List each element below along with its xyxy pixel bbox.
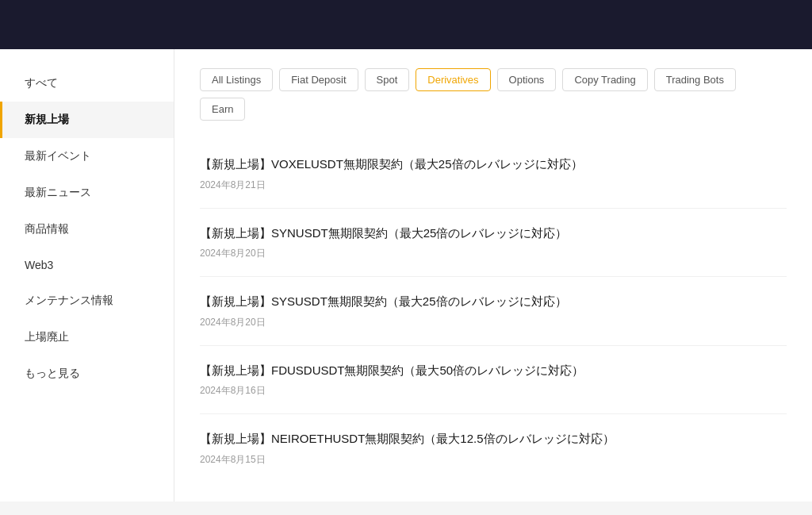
- announcement-title: 【新規上場】VOXELUSDT無期限契約（最大25倍のレバレッジに対応）: [200, 156, 787, 174]
- announcement-title: 【新規上場】SYNUSDT無期限契約（最大25倍のレバレッジに対応）: [200, 225, 787, 243]
- sidebar-item-maintenance[interactable]: メンテナンス情報: [0, 282, 174, 319]
- filter-tab-derivatives[interactable]: Derivatives: [416, 68, 490, 91]
- content-area: All ListingsFiat DepositSpotDerivativesO…: [174, 49, 812, 502]
- sidebar-item-latest-event[interactable]: 最新イベント: [0, 138, 174, 175]
- announcement-item[interactable]: 【新規上場】FDUSDUSDT無期限契約（最大50倍のレバレッジに対応）2024…: [200, 346, 787, 415]
- main-layout: すべて新規上場最新イベント最新ニュース商品情報Web3メンテナンス情報上場廃止も…: [0, 49, 812, 502]
- sidebar-item-new-listing[interactable]: 新規上場: [0, 102, 174, 138]
- filter-tab-spot[interactable]: Spot: [365, 68, 410, 91]
- announcement-date: 2024年8月20日: [200, 247, 787, 260]
- announcement-title: 【新規上場】SYSUSDT無期限契約（最大25倍のレバレッジに対応）: [200, 293, 787, 311]
- filter-tab-fiat-deposit[interactable]: Fiat Deposit: [279, 68, 358, 91]
- filter-tab-options[interactable]: Options: [497, 68, 557, 91]
- sidebar-item-product-info[interactable]: 商品情報: [0, 211, 174, 248]
- announcement-date: 2024年8月16日: [200, 384, 787, 398]
- sidebar-item-all[interactable]: すべて: [0, 65, 174, 102]
- announcement-list: 【新規上場】VOXELUSDT無期限契約（最大25倍のレバレッジに対応）2024…: [200, 140, 787, 482]
- page-header: [0, 0, 812, 49]
- announcement-date: 2024年8月20日: [200, 316, 787, 329]
- announcement-item[interactable]: 【新規上場】NEIROETHUSDT無期限契約（最大12.5倍のレバレッジに対応…: [200, 414, 787, 482]
- sidebar-item-latest-news[interactable]: 最新ニュース: [0, 175, 174, 211]
- filter-tab-earn[interactable]: Earn: [200, 98, 245, 121]
- announcement-item[interactable]: 【新規上場】SYNUSDT無期限契約（最大25倍のレバレッジに対応）2024年8…: [200, 209, 787, 278]
- announcement-title: 【新規上場】FDUSDUSDT無期限契約（最大50倍のレバレッジに対応）: [200, 362, 787, 380]
- filter-tab-trading-bots[interactable]: Trading Bots: [654, 68, 736, 91]
- announcement-item[interactable]: 【新規上場】SYSUSDT無期限契約（最大25倍のレバレッジに対応）2024年8…: [200, 277, 787, 346]
- announcement-item[interactable]: 【新規上場】VOXELUSDT無期限契約（最大25倍のレバレッジに対応）2024…: [200, 140, 787, 209]
- announcement-date: 2024年8月21日: [200, 179, 787, 192]
- sidebar-item-delisting[interactable]: 上場廃止: [0, 319, 174, 356]
- sidebar-item-web3[interactable]: Web3: [0, 248, 174, 282]
- filter-tabs: All ListingsFiat DepositSpotDerivativesO…: [200, 68, 787, 121]
- sidebar-item-more[interactable]: もっと見る: [0, 356, 174, 392]
- filter-tab-all-listings[interactable]: All Listings: [200, 68, 273, 91]
- sidebar: すべて新規上場最新イベント最新ニュース商品情報Web3メンテナンス情報上場廃止も…: [0, 49, 174, 502]
- filter-tab-copy-trading[interactable]: Copy Trading: [562, 68, 647, 91]
- announcement-title: 【新規上場】NEIROETHUSDT無期限契約（最大12.5倍のレバレッジに対応…: [200, 430, 787, 448]
- announcement-date: 2024年8月15日: [200, 453, 787, 467]
